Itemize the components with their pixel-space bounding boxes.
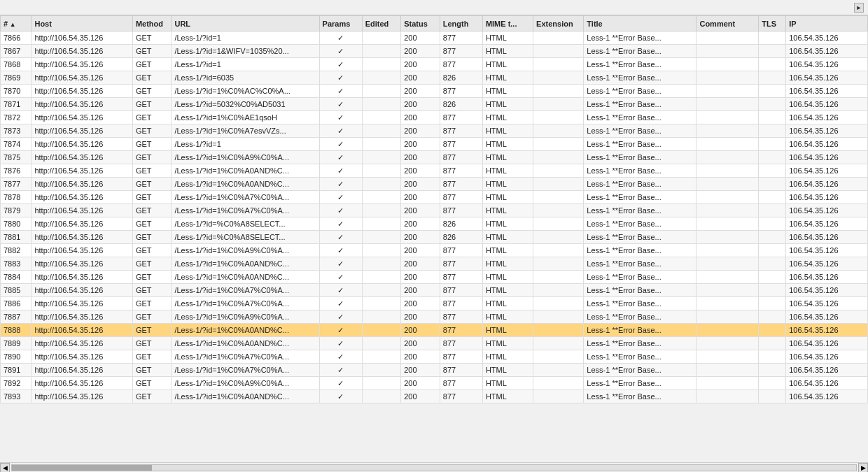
table-cell: /Less-1/?id=1%C0%AC%C0%A... (172, 85, 319, 98)
table-cell (533, 191, 584, 204)
table-cell (759, 390, 786, 403)
table-cell: ✓ (319, 231, 362, 244)
table-cell (759, 350, 786, 364)
col-header-status[interactable]: Status (401, 16, 440, 31)
table-row[interactable]: 7880http://106.54.35.126GET/Less-1/?id=%… (1, 217, 868, 231)
table-cell (696, 217, 759, 231)
table-row[interactable]: 7867http://106.54.35.126GET/Less-1/?id=1… (1, 45, 868, 58)
scroll-right-btn[interactable]: ► (854, 3, 864, 13)
table-cell (362, 204, 401, 217)
col-header-tls[interactable]: TLS (759, 16, 786, 31)
table-cell (696, 58, 759, 71)
col-header-ip[interactable]: IP (786, 16, 868, 31)
table-row[interactable]: 7883http://106.54.35.126GET/Less-1/?id=1… (1, 257, 868, 271)
table-row[interactable]: 7882http://106.54.35.126GET/Less-1/?id=1… (1, 244, 868, 257)
table-cell: /Less-1/?id=1%C0%A0AND%C... (172, 257, 319, 271)
table-row[interactable]: 7879http://106.54.35.126GET/Less-1/?id=1… (1, 204, 868, 217)
table-cell: HTML (482, 337, 533, 350)
table-cell: Less-1 **Error Base... (584, 324, 696, 337)
scrollbar-track[interactable] (11, 464, 857, 471)
table-cell: HTML (482, 244, 533, 257)
table-row[interactable]: 7893http://106.54.35.126GET/Less-1/?id=1… (1, 390, 868, 403)
col-header-ext[interactable]: Extension (533, 16, 584, 31)
table-cell: http://106.54.35.126 (31, 164, 132, 178)
table-row[interactable]: 7889http://106.54.35.126GET/Less-1/?id=1… (1, 337, 868, 350)
table-row[interactable]: 7871http://106.54.35.126GET/Less-1/?id=5… (1, 98, 868, 111)
table-cell: /Less-1/?id=1%C0%A7%C0%A... (172, 350, 319, 364)
col-header-num[interactable]: # (1, 16, 31, 31)
table-cell: 106.54.35.126 (786, 350, 868, 364)
table-cell: ✓ (319, 164, 362, 178)
col-header-params[interactable]: Params (319, 16, 362, 31)
table-cell (696, 324, 759, 337)
table-cell: 7887 (1, 310, 31, 324)
col-header-edited[interactable]: Edited (362, 16, 401, 31)
table-cell: /Less-1/?id=1%C0%A9%C0%A... (172, 151, 319, 164)
table-cell: 200 (401, 324, 440, 337)
col-header-mime[interactable]: MIME t... (482, 16, 533, 31)
table-cell: 200 (401, 58, 440, 71)
table-row[interactable]: 7873http://106.54.35.126GET/Less-1/?id=1… (1, 124, 868, 138)
table-row[interactable]: 7870http://106.54.35.126GET/Less-1/?id=1… (1, 85, 868, 98)
table-cell: GET (132, 337, 172, 350)
table-cell: http://106.54.35.126 (31, 364, 132, 377)
table-row[interactable]: 7868http://106.54.35.126GET/Less-1/?id=1… (1, 58, 868, 71)
table-cell: 106.54.35.126 (786, 337, 868, 350)
table-cell: ✓ (319, 178, 362, 191)
table-row[interactable]: 7892http://106.54.35.126GET/Less-1/?id=1… (1, 377, 868, 390)
table-row[interactable]: 7887http://106.54.35.126GET/Less-1/?id=1… (1, 310, 868, 324)
table-cell: ✓ (319, 364, 362, 377)
table-cell: 877 (440, 31, 482, 45)
table-cell: /Less-1/?id=1%C0%A7%C0%A... (172, 364, 319, 377)
table-cell: GET (132, 45, 172, 58)
table-cell: 7878 (1, 191, 31, 204)
table-row[interactable]: 7891http://106.54.35.126GET/Less-1/?id=1… (1, 364, 868, 377)
table-row[interactable]: 7866http://106.54.35.126GET/Less-1/?id=1… (1, 31, 868, 45)
table-row[interactable]: 7874http://106.54.35.126GET/Less-1/?id=1… (1, 138, 868, 151)
col-header-host[interactable]: Host (31, 16, 132, 31)
table-cell: /Less-1/?id=1%C0%A7%C0%A... (172, 204, 319, 217)
table-row[interactable]: 7876http://106.54.35.126GET/Less-1/?id=1… (1, 164, 868, 178)
table-cell: HTML (482, 377, 533, 390)
table-row[interactable]: 7884http://106.54.35.126GET/Less-1/?id=1… (1, 271, 868, 284)
table-cell: 7888 (1, 324, 31, 337)
col-header-method[interactable]: Method (132, 16, 172, 31)
horizontal-scrollbar[interactable]: ◀ ▶ (0, 462, 868, 472)
table-cell: 7876 (1, 164, 31, 178)
table-row[interactable]: 7872http://106.54.35.126GET/Less-1/?id=1… (1, 111, 868, 124)
table-cell (759, 284, 786, 297)
scroll-left-arrow[interactable]: ◀ (0, 463, 10, 473)
scrollbar-thumb[interactable] (12, 465, 152, 471)
table-row[interactable]: 7869http://106.54.35.126GET/Less-1/?id=6… (1, 71, 868, 85)
col-header-title[interactable]: Title (584, 16, 696, 31)
table-row[interactable]: 7890http://106.54.35.126GET/Less-1/?id=1… (1, 350, 868, 364)
table-row[interactable]: 7888http://106.54.35.126GET/Less-1/?id=1… (1, 324, 868, 337)
table-cell: GET (132, 164, 172, 178)
table-cell: 877 (440, 324, 482, 337)
table-cell (696, 178, 759, 191)
table-cell: 877 (440, 124, 482, 138)
table-cell: 877 (440, 85, 482, 98)
table-cell: 106.54.35.126 (786, 297, 868, 310)
table-row[interactable]: 7886http://106.54.35.126GET/Less-1/?id=1… (1, 297, 868, 310)
table-row[interactable]: 7881http://106.54.35.126GET/Less-1/?id=%… (1, 231, 868, 244)
col-header-url[interactable]: URL (172, 16, 319, 31)
table-row[interactable]: 7878http://106.54.35.126GET/Less-1/?id=1… (1, 191, 868, 204)
col-header-comment[interactable]: Comment (696, 16, 759, 31)
table-cell: HTML (482, 390, 533, 403)
table-cell (533, 350, 584, 364)
table-cell: ✓ (319, 85, 362, 98)
table-cell: 106.54.35.126 (786, 231, 868, 244)
table-cell: /Less-1/?id=1%C0%A0AND%C... (172, 390, 319, 403)
table-cell: /Less-1/?id=1%C0%A7esvVZs... (172, 124, 319, 138)
table-cell: GET (132, 58, 172, 71)
table-cell (759, 231, 786, 244)
table-cell (362, 350, 401, 364)
table-row[interactable]: 7877http://106.54.35.126GET/Less-1/?id=1… (1, 178, 868, 191)
table-cell (759, 271, 786, 284)
table-row[interactable]: 7875http://106.54.35.126GET/Less-1/?id=1… (1, 151, 868, 164)
table-cell: ✓ (319, 324, 362, 337)
scroll-right-arrow[interactable]: ▶ (858, 463, 868, 473)
table-row[interactable]: 7885http://106.54.35.126GET/Less-1/?id=1… (1, 284, 868, 297)
col-header-length[interactable]: Length (440, 16, 482, 31)
